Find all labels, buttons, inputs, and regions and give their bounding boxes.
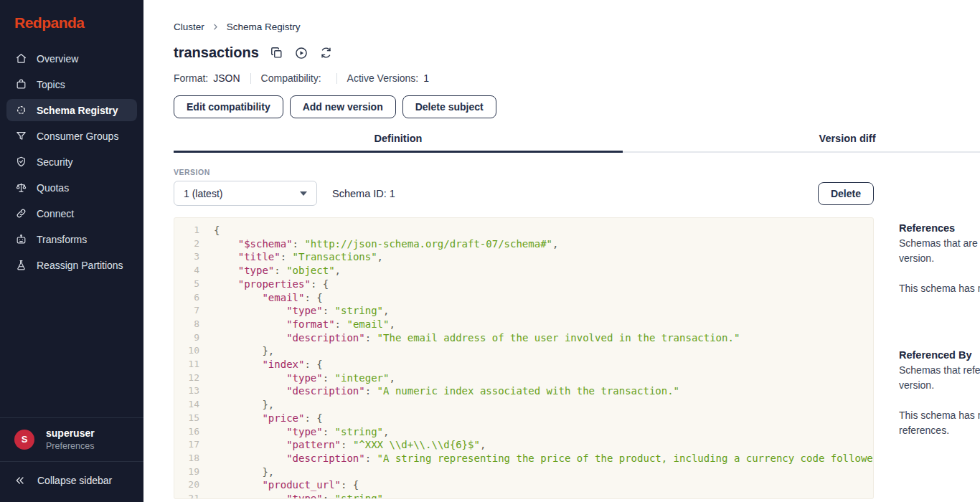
sidebar-item-topics[interactable]: Topics	[6, 73, 137, 95]
chevron-right-icon	[211, 22, 220, 32]
sidebar-item-label: Overview	[37, 53, 78, 65]
tab-definition[interactable]: Definition	[174, 133, 623, 153]
sidebar-item-overview[interactable]: Overview	[6, 47, 137, 70]
schema-id: Schema ID: 1	[332, 188, 395, 199]
refresh-icon	[319, 46, 333, 60]
code-line: 21 "type": "string",	[174, 492, 873, 499]
sidebar-item-security[interactable]: Security	[6, 151, 137, 173]
breadcrumb-cluster[interactable]: Cluster	[174, 22, 204, 32]
copy-icon	[270, 46, 283, 60]
format-label: Format:	[174, 72, 208, 84]
active-versions-value: 1	[423, 72, 429, 84]
line-number: 10	[174, 344, 199, 358]
code-line: 4 "type": "object",	[174, 264, 873, 278]
references-description: version.	[899, 251, 980, 266]
line-number: 9	[174, 331, 199, 345]
chevron-down-icon	[300, 191, 307, 196]
code-line: 11 "index": {	[174, 358, 873, 371]
main-content: Cluster Schema Registry transactions For…	[143, 0, 980, 502]
referenced-by-description: Schemas that reference this	[899, 363, 980, 378]
sidebar-item-connect[interactable]: Connect	[6, 202, 137, 224]
code-lines: 1{2 "$schema": "http://json-schema.org/d…	[174, 224, 873, 499]
collapse-sidebar-button[interactable]: Collapse sidebar	[0, 462, 143, 502]
line-number: 16	[174, 425, 199, 439]
referenced-by-empty-text: This schema has no incoming	[899, 408, 980, 423]
line-number: 14	[174, 398, 199, 412]
edit-compatibility-button[interactable]: Edit compatibility	[174, 95, 283, 118]
sidebar-item-quotas[interactable]: Quotas	[6, 176, 137, 199]
delete-version-button[interactable]: Delete	[818, 182, 874, 205]
code-line: 14 },	[174, 398, 873, 412]
sidebar-item-reassign-partitions[interactable]: Reassign Partitions	[6, 254, 137, 276]
funnel-icon	[15, 130, 27, 142]
schema-registry-icon	[15, 104, 27, 116]
link-icon	[15, 207, 27, 219]
references-panel: References Schemas that are referenced b…	[899, 217, 980, 438]
code-line: 8 "format": "email",	[174, 318, 873, 331]
references-empty-text: This schema has no references.	[899, 281, 980, 296]
sidebar-item-schema-registry[interactable]: Schema Registry	[6, 99, 137, 121]
code-line: 3 "title": "Transactions",	[174, 250, 873, 264]
breadcrumb: Cluster Schema Registry	[174, 22, 980, 32]
sidebar-item-label: Topics	[37, 79, 65, 90]
sidebar-item-label: Security	[37, 156, 73, 168]
line-number: 12	[174, 371, 199, 385]
code-line: 9 "description": "The email address of t…	[174, 331, 873, 345]
sidebar-item-label: Consumer Groups	[37, 131, 118, 142]
referenced-by-description: version.	[899, 378, 980, 393]
sidebar-item-label: Connect	[37, 208, 74, 219]
active-versions-label: Active Versions:	[347, 72, 419, 84]
version-select-value: 1 (latest)	[184, 188, 300, 199]
sidebar-item-label: Schema Registry	[37, 105, 118, 116]
meta-separator	[250, 73, 251, 84]
references-heading: References	[899, 221, 980, 236]
code-line: 12 "type": "integer",	[174, 371, 873, 385]
code-line: 20 "product_url": {	[174, 478, 873, 492]
line-number: 21	[174, 492, 199, 499]
sidebar-item-label: Reassign Partitions	[37, 260, 123, 271]
code-line: 17 "pattern": "^XXX \\d+\\.\\d{6}$",	[174, 438, 873, 452]
format-value: JSON	[213, 72, 240, 84]
code-line: 2 "$schema": "http://json-schema.org/dra…	[174, 237, 873, 251]
line-number: 8	[174, 318, 199, 331]
sidebar-nav: Overview Topics Schema Registry Consumer…	[0, 43, 143, 280]
play-button[interactable]	[294, 46, 308, 60]
page-title: transactions	[174, 44, 259, 61]
line-number: 4	[174, 264, 199, 278]
referenced-by-heading: Referenced By	[899, 348, 980, 363]
version-select[interactable]: 1 (latest)	[174, 181, 317, 206]
code-line: 1{	[174, 224, 873, 237]
code-line: 10 },	[174, 344, 873, 358]
copy-button[interactable]	[270, 46, 283, 60]
collapse-sidebar-label: Collapse sidebar	[37, 475, 112, 486]
delete-subject-button[interactable]: Delete subject	[402, 95, 496, 118]
refresh-button[interactable]	[319, 46, 333, 60]
user-menu[interactable]: S superuser Preferences	[0, 418, 143, 461]
line-number: 11	[174, 358, 199, 371]
user-name: superuser	[46, 427, 95, 439]
line-number: 18	[174, 452, 199, 465]
line-number: 19	[174, 465, 199, 479]
code-line: 15 "price": {	[174, 412, 873, 425]
tab-version-diff[interactable]: Version diff	[623, 133, 980, 153]
code-line: 19 },	[174, 465, 873, 479]
preferences-link[interactable]: Preferences	[46, 441, 95, 451]
meta-separator	[336, 73, 337, 84]
line-number: 15	[174, 412, 199, 425]
line-number: 3	[174, 250, 199, 264]
sidebar-item-transforms[interactable]: Transforms	[6, 228, 137, 250]
breadcrumb-schema-registry[interactable]: Schema Registry	[227, 22, 301, 32]
sidebar-item-consumer-groups[interactable]: Consumer Groups	[6, 125, 137, 147]
redpanda-logo: Redpanda	[0, 0, 143, 43]
sidebar: Redpanda Overview Topics Schema Registry…	[0, 0, 143, 502]
double-chevron-left-icon	[14, 475, 26, 486]
line-number: 6	[174, 291, 199, 305]
code-line: 6 "email": {	[174, 291, 873, 305]
schema-code-editor[interactable]: 1{2 "$schema": "http://json-schema.org/d…	[174, 217, 874, 499]
robot-icon	[15, 233, 27, 245]
code-line: 5 "properties": {	[174, 278, 873, 291]
avatar: S	[14, 430, 34, 450]
version-label: VERSION	[174, 168, 980, 176]
line-number: 1	[174, 224, 199, 237]
add-new-version-button[interactable]: Add new version	[290, 95, 396, 118]
